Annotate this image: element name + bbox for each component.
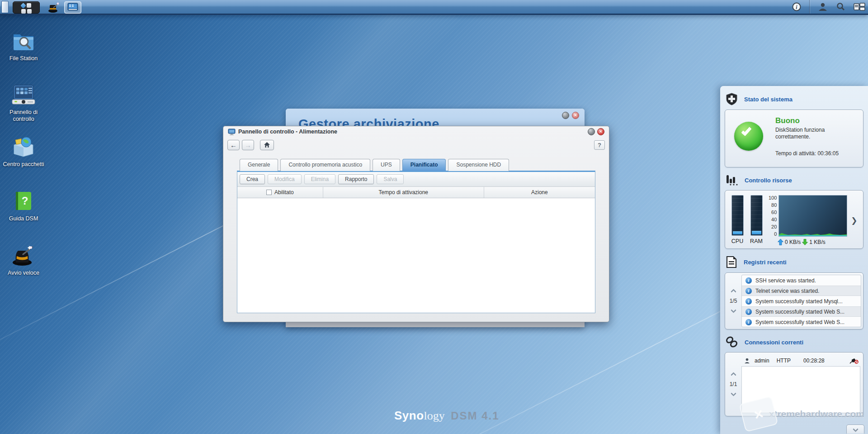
search-icon[interactable] (836, 2, 845, 11)
sidebar-collapse-tab[interactable] (846, 424, 864, 434)
pager-down-icon[interactable] (731, 307, 736, 313)
quick-start-hat-icon (11, 244, 36, 266)
info-badge-icon: i (745, 298, 752, 305)
connection-protocol: HTTP (777, 358, 791, 364)
control-panel-icon (11, 84, 36, 105)
system-health-card: Buono DiskStation funziona correttamente… (725, 110, 863, 167)
user-icon[interactable] (818, 2, 828, 11)
dsm-watermark: Synology DSM 4.1 (394, 409, 500, 423)
desktop-icon-quick-start[interactable]: Avvio veloce (0, 244, 47, 277)
minimize-button[interactable] (562, 112, 569, 119)
close-icon[interactable]: ✕ (572, 112, 579, 119)
desktop-icon-dsm-help[interactable]: ? Guida DSM (0, 190, 47, 222)
resource-monitor-title[interactable]: Controllo risorse (745, 177, 792, 184)
uptime-label: Tempo di attività: 00:36:05 (775, 150, 858, 157)
salva-button[interactable]: Salva (377, 174, 404, 184)
taskbar-app-control-panel[interactable] (64, 1, 81, 14)
tab-ups[interactable]: UPS (373, 159, 400, 171)
desktop-icon-package-center[interactable]: Centro pacchetti (0, 136, 47, 168)
system-health-title[interactable]: Stato del sistema (744, 96, 793, 103)
user-icon (744, 358, 750, 364)
window-control-panel-power: Pannello di controllo - Alimentazione ✕ … (223, 126, 609, 322)
main-menu-button[interactable] (13, 1, 40, 14)
column-abilitato[interactable]: Abilitato (237, 187, 323, 198)
health-status: Buono (775, 116, 858, 125)
resource-expand-chevron[interactable]: ❯ (851, 216, 857, 225)
help-button[interactable]: ? (594, 140, 605, 150)
minimize-button[interactable] (588, 128, 595, 135)
window-nav-row: ← → ? (223, 137, 609, 153)
bar-chart-icon (726, 174, 738, 186)
pager-down-icon[interactable] (731, 391, 736, 396)
network-graph-yaxis: 100 80 60 40 20 0 (769, 195, 778, 237)
tab-controllo-promemoria-acustico[interactable]: Controllo promemoria acustico (280, 159, 370, 171)
package-center-icon (11, 136, 36, 157)
health-description: DiskStation funziona correttamente. (775, 127, 843, 140)
log-row[interactable]: iSSH service was started. (742, 275, 861, 286)
window-titlebar[interactable]: Pannello di controllo - Alimentazione ✕ (223, 126, 609, 137)
connections-card: 1/1 admin HTTP 00:28:28 (725, 352, 863, 416)
connection-list-empty[interactable] (741, 366, 860, 413)
log-list: iSSH service was started. iTelnet servic… (741, 275, 861, 327)
desktop-icon-file-station[interactable]: File Station (0, 31, 47, 62)
chain-link-icon (726, 336, 738, 348)
tab-generale[interactable]: Generale (240, 159, 278, 171)
home-button[interactable] (260, 140, 274, 150)
info-badge-icon: i (745, 309, 752, 315)
recent-logs-title[interactable]: Registri recenti (744, 259, 787, 266)
taskbar-app-quick-start[interactable] (45, 1, 62, 14)
pilot-view-icon[interactable] (854, 2, 865, 11)
tab-pianificato[interactable]: Pianificato (402, 159, 446, 171)
desktop-icon-label: Avvio veloce (0, 270, 47, 277)
connections-title[interactable]: Connessioni correnti (745, 339, 803, 346)
window-content: Generale Controllo promemoria acustico U… (237, 159, 595, 313)
upload-arrow-icon (778, 239, 783, 245)
column-tempo-di-attivazione[interactable]: Tempo di attivazione (323, 187, 484, 198)
column-azione[interactable]: Azione (484, 187, 595, 198)
desktop-icon-label: Pannello di controllo (0, 109, 47, 123)
health-ok-icon (734, 122, 763, 151)
log-row[interactable]: iSystem successfully started Web S... (742, 317, 861, 327)
control-panel-window-icon (67, 2, 79, 13)
table-body-empty[interactable] (237, 198, 595, 313)
info-icon[interactable]: i (792, 2, 801, 11)
desktop-icon-control-panel[interactable]: Pannello di controllo (0, 84, 47, 123)
log-document-icon (726, 256, 737, 268)
abilitato-checkbox[interactable] (266, 190, 272, 195)
connection-row[interactable]: admin HTTP 00:28:28 (741, 355, 860, 366)
modifica-button[interactable]: Modifica (268, 174, 302, 184)
download-value: 1 KB/s (809, 239, 825, 245)
crea-button[interactable]: Crea (240, 174, 265, 184)
connection-user: admin (755, 358, 769, 364)
pager-up-icon[interactable] (731, 372, 736, 378)
info-badge-icon: i (745, 277, 752, 284)
pager-up-icon[interactable] (731, 289, 736, 295)
menu-square-icon (21, 9, 26, 14)
close-icon[interactable]: ✕ (597, 128, 604, 135)
elimina-button[interactable]: Elimina (304, 174, 335, 184)
rapporto-button[interactable]: Rapporto (338, 174, 374, 184)
back-button[interactable]: ← (227, 140, 240, 150)
recent-logs-card: 1/5 iSSH service was started. iTelnet se… (725, 272, 863, 329)
logs-page-indicator: 1/5 (730, 298, 737, 304)
tab-strip: Generale Controllo promemoria acustico U… (237, 159, 595, 171)
disconnect-icon[interactable] (849, 358, 859, 364)
column-label: Abilitato (274, 189, 294, 196)
desktop-icon-label: Centro pacchetti (0, 161, 47, 168)
log-row[interactable]: iSystem successfully started Mysql... (742, 296, 861, 306)
svg-text:?: ? (22, 195, 28, 207)
tab-sospensione-hdd[interactable]: Sospensione HDD (448, 159, 509, 171)
network-graph: 100 80 60 40 20 0 (769, 195, 847, 237)
window-icon (228, 129, 236, 135)
log-row[interactable]: iTelnet service was started. (742, 286, 861, 296)
home-icon (264, 142, 270, 148)
window-title: Pannello di controllo - Alimentazione (238, 129, 337, 135)
dsm-help-icon: ? (12, 190, 35, 212)
menu-square-icon (27, 3, 31, 8)
upload-value: 0 KB/s (785, 239, 801, 245)
download-arrow-icon (802, 239, 808, 245)
connections-pager: 1/1 (725, 355, 741, 413)
forward-button[interactable]: → (242, 140, 254, 150)
show-desktop-button[interactable] (1, 1, 9, 13)
log-row[interactable]: iSystem successfully started Web S... (742, 306, 861, 317)
